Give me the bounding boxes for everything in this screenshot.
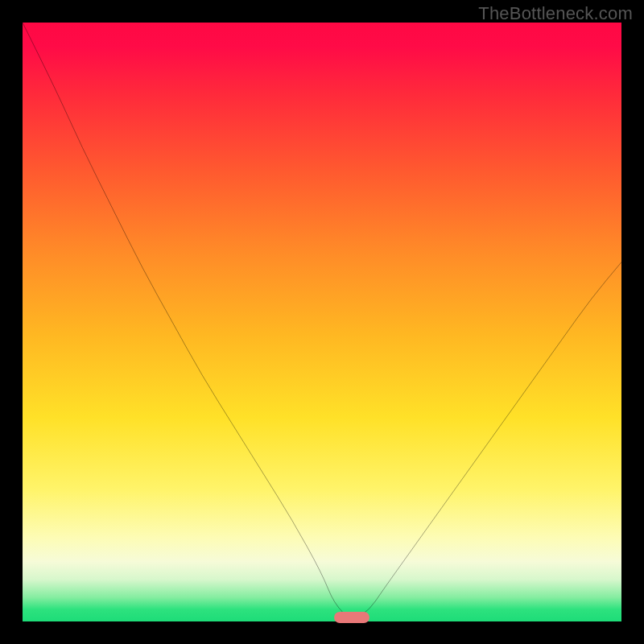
bottleneck-curve (23, 23, 621, 621)
minimum-marker (334, 612, 369, 623)
curve-path (23, 23, 621, 618)
plot-area (23, 23, 621, 621)
chart-frame: TheBottleneck.com (0, 0, 644, 644)
watermark-text: TheBottleneck.com (478, 3, 633, 24)
